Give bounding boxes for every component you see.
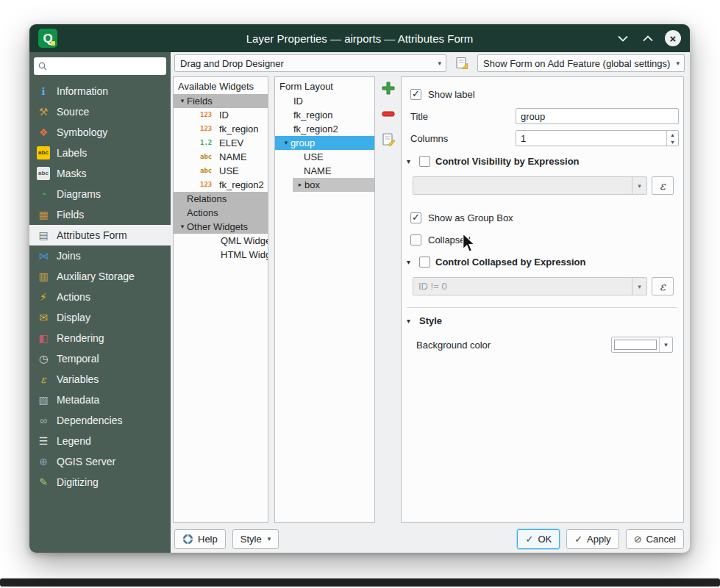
sidebar-item-label: Attributes Form xyxy=(57,229,127,241)
minus-icon xyxy=(381,107,396,121)
sidebar-item-joins[interactable]: ⋈Joins xyxy=(29,245,171,266)
sidebar-nav: ℹInformation ⚒Source ❖Symbology abcLabel… xyxy=(29,79,171,553)
tree-item-id[interactable]: 123ID xyxy=(174,108,268,122)
columns-label: Columns xyxy=(410,133,516,144)
shade-button[interactable] xyxy=(615,30,631,46)
collapsed-checkbox[interactable] xyxy=(410,234,421,245)
layout-item-use[interactable]: USE xyxy=(275,150,374,164)
sidebar-item-label: Auxiliary Storage xyxy=(57,270,135,282)
actions-icon: ⚡ xyxy=(37,290,50,304)
sidebar-item-variables[interactable]: εVariables xyxy=(29,369,171,390)
expand-triangle-icon[interactable]: ▾ xyxy=(178,220,187,234)
tree-item-use[interactable]: abcUSE xyxy=(174,164,268,178)
collapsed-text: Collapsed xyxy=(428,234,471,245)
layout-item-id[interactable]: ID xyxy=(275,94,374,108)
sidebar-item-metadata[interactable]: ▧Metadata xyxy=(29,390,171,410)
layout-item-fk-region2[interactable]: fk_region2 xyxy=(275,122,374,136)
sidebar-item-digitizing[interactable]: ✎Digitizing xyxy=(29,472,171,492)
sidebar-item-temporal[interactable]: ◷Temporal xyxy=(29,348,171,369)
tree-item-html-widget[interactable]: HTML Widget xyxy=(174,248,268,262)
sidebar-item-display[interactable]: ✉Display xyxy=(29,307,171,328)
layout-item-fk-region[interactable]: fk_region xyxy=(275,108,374,122)
expand-triangle-icon[interactable]: ▾ xyxy=(282,136,291,150)
show-group-box-checkbox[interactable] xyxy=(410,212,421,223)
tree-item-actions[interactable]: Actions xyxy=(174,206,268,220)
remove-widget-button[interactable] xyxy=(379,105,397,123)
sidebar-item-auxiliary-storage[interactable]: ▥Auxiliary Storage xyxy=(29,266,171,287)
title-input[interactable] xyxy=(516,108,679,124)
tree-item-elev[interactable]: 1.2ELEV xyxy=(174,136,268,150)
collapse-triangle-icon[interactable]: ▾ xyxy=(407,258,414,266)
display-icon: ✉ xyxy=(37,311,50,324)
titlebar[interactable]: Q Layer Properties — airports — Attribut… xyxy=(29,24,690,52)
collapsed-expression-checkbox[interactable] xyxy=(419,257,430,268)
sidebar-item-masks[interactable]: abcMasks xyxy=(29,163,171,184)
sidebar-item-labels[interactable]: abcLabels xyxy=(29,143,171,163)
field-type-icon: 123 xyxy=(200,108,216,122)
columns-spinbox[interactable] xyxy=(516,130,679,146)
source-icon: ⚒ xyxy=(37,105,50,118)
rendering-icon: ◧ xyxy=(37,331,50,345)
tree-item-other-widgets[interactable]: ▾Other Widgets xyxy=(174,220,268,234)
collapsed-expression-combo[interactable]: ID != 0 ▾ xyxy=(413,277,647,295)
tree-item-relations[interactable]: Relations xyxy=(174,192,268,206)
sidebar-item-dependencies[interactable]: ∞Dependencies xyxy=(29,410,171,431)
layout-item-name[interactable]: NAME xyxy=(275,164,374,178)
sidebar-item-attributes-form[interactable]: ▤Attributes Form xyxy=(29,225,171,245)
spin-up-icon[interactable]: ▲ xyxy=(667,131,678,138)
tree-item-fk-region2[interactable]: 123fk_region2 xyxy=(174,178,268,192)
collapse-triangle-icon[interactable]: ▸ xyxy=(296,178,304,192)
visibility-expression-combo[interactable]: ▾ xyxy=(413,176,647,195)
masks-icon: abc xyxy=(37,167,50,180)
qgis-server-icon: ⊕ xyxy=(37,455,50,468)
sidebar-item-actions[interactable]: ⚡Actions xyxy=(29,287,171,307)
help-button[interactable]: Help xyxy=(174,529,226,549)
sidebar-item-information[interactable]: ℹInformation xyxy=(29,81,171,101)
sidebar-item-qgis-server[interactable]: ⊕QGIS Server xyxy=(29,451,171,472)
layout-edit-buttons xyxy=(375,76,401,523)
sidebar: ℹInformation ⚒Source ❖Symbology abcLabel… xyxy=(29,52,171,553)
visibility-expression-builder-button[interactable]: ε xyxy=(652,176,674,195)
show-group-box-text: Show as Group Box xyxy=(428,212,513,223)
collapsed-expression-builder-button[interactable]: ε xyxy=(652,277,674,295)
collapse-triangle-icon[interactable]: ▾ xyxy=(407,157,414,165)
sidebar-item-fields[interactable]: ▦Fields xyxy=(29,204,171,225)
search-icon xyxy=(38,62,47,71)
maximize-button[interactable] xyxy=(640,30,656,46)
apply-button[interactable]: ✓ Apply xyxy=(566,529,619,549)
dependencies-icon: ∞ xyxy=(37,414,50,427)
style-menu-button[interactable]: Style ▾ xyxy=(232,529,279,549)
add-widget-button[interactable] xyxy=(379,79,397,97)
layout-item-box[interactable]: ▸box xyxy=(293,178,374,192)
expand-triangle-icon[interactable]: ▾ xyxy=(178,94,187,108)
spin-down-icon[interactable]: ▼ xyxy=(667,138,678,146)
sidebar-item-symbology[interactable]: ❖Symbology xyxy=(29,122,171,143)
variables-icon: ε xyxy=(37,373,50,386)
edit-widget-button[interactable] xyxy=(379,131,397,148)
form-open-select[interactable]: Show Form on Add Feature (global setting… xyxy=(477,54,685,72)
show-label-checkbox[interactable] xyxy=(410,89,421,100)
tree-item-fields[interactable]: ▾Fields xyxy=(174,94,268,108)
sidebar-item-label: Metadata xyxy=(57,394,99,406)
close-button[interactable]: × xyxy=(665,30,681,46)
fields-icon: ▦ xyxy=(37,208,50,221)
sidebar-item-rendering[interactable]: ◧Rendering xyxy=(29,328,171,348)
field-type-icon: abc xyxy=(200,150,216,164)
collapse-triangle-icon[interactable]: ▾ xyxy=(407,317,414,325)
help-lifebuoy-icon xyxy=(182,534,193,545)
tree-item-name[interactable]: abcNAME xyxy=(174,150,268,164)
form-settings-button[interactable] xyxy=(452,54,471,72)
sidebar-item-legend[interactable]: ☰Legend xyxy=(29,431,171,451)
layout-item-group-selected[interactable]: ▾group xyxy=(275,136,374,150)
sidebar-item-diagrams[interactable]: ◔Diagrams xyxy=(29,184,171,204)
tree-item-qml-widget[interactable]: QML Widget xyxy=(174,234,268,248)
tree-item-fk-region[interactable]: 123fk_region xyxy=(174,122,268,136)
sidebar-item-source[interactable]: ⚒Source xyxy=(29,101,171,122)
background-color-button[interactable]: ▾ xyxy=(611,337,673,353)
chevron-down-icon: ▾ xyxy=(632,278,646,295)
ok-button[interactable]: ✓ OK xyxy=(517,529,560,549)
cancel-button[interactable]: ⊘ Cancel xyxy=(626,529,684,549)
visibility-expression-checkbox[interactable] xyxy=(419,156,430,167)
designer-select[interactable]: Drag and Drop Designer ▾ xyxy=(174,54,446,72)
sidebar-search-input[interactable] xyxy=(51,61,162,72)
